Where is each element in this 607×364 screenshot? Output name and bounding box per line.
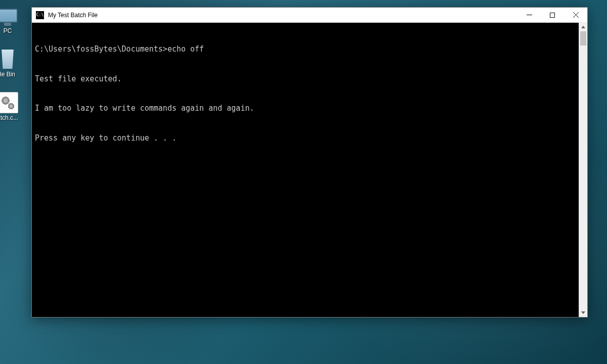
maximize-icon bbox=[550, 13, 555, 18]
vertical-scrollbar[interactable] bbox=[579, 23, 587, 317]
window-body: C:\Users\fossBytes\Documents>echo off Te… bbox=[32, 23, 587, 317]
desktop-icon-label: PC bbox=[4, 27, 12, 34]
scroll-thumb[interactable] bbox=[580, 31, 586, 46]
minimize-button[interactable] bbox=[517, 8, 541, 22]
console-line: Test file executed. bbox=[35, 74, 576, 84]
close-icon bbox=[573, 12, 579, 18]
desktop-icon-batch-file[interactable]: atch.c... bbox=[0, 92, 25, 121]
console-line: C:\Users\fossBytes\Documents>echo off bbox=[35, 44, 576, 55]
this-pc-icon bbox=[0, 5, 19, 26]
window-controls bbox=[517, 8, 587, 22]
maximize-button[interactable] bbox=[541, 8, 564, 22]
desktop-icon-label: le Bin bbox=[0, 71, 15, 78]
scroll-down-button[interactable] bbox=[579, 308, 587, 317]
chevron-up-icon bbox=[581, 26, 585, 28]
scroll-track[interactable] bbox=[579, 31, 587, 308]
minimize-icon bbox=[527, 15, 532, 15]
console-line: I am too lazy to write commands again an… bbox=[35, 104, 576, 114]
command-prompt-window: C:\ My Test Batch File C:\Users\fossByte… bbox=[31, 7, 588, 317]
desktop-icon-label: atch.c... bbox=[0, 114, 18, 121]
desktop-icon-this-pc[interactable]: PC bbox=[0, 5, 25, 34]
scroll-up-button[interactable] bbox=[579, 23, 587, 31]
close-button[interactable] bbox=[564, 8, 587, 22]
window-title: My Test Batch File bbox=[48, 12, 98, 19]
desktop-icons: PC le Bin atch.c... bbox=[0, 5, 25, 121]
console-output[interactable]: C:\Users\fossBytes\Documents>echo off Te… bbox=[32, 23, 579, 317]
command-prompt-icon: C:\ bbox=[36, 11, 44, 19]
batch-file-icon bbox=[0, 92, 19, 113]
chevron-down-icon bbox=[581, 311, 585, 314]
recycle-bin-icon bbox=[0, 49, 19, 70]
desktop-icon-recycle-bin[interactable]: le Bin bbox=[0, 49, 25, 78]
titlebar[interactable]: C:\ My Test Batch File bbox=[32, 8, 587, 23]
console-line: Press any key to continue . . . bbox=[35, 133, 576, 144]
